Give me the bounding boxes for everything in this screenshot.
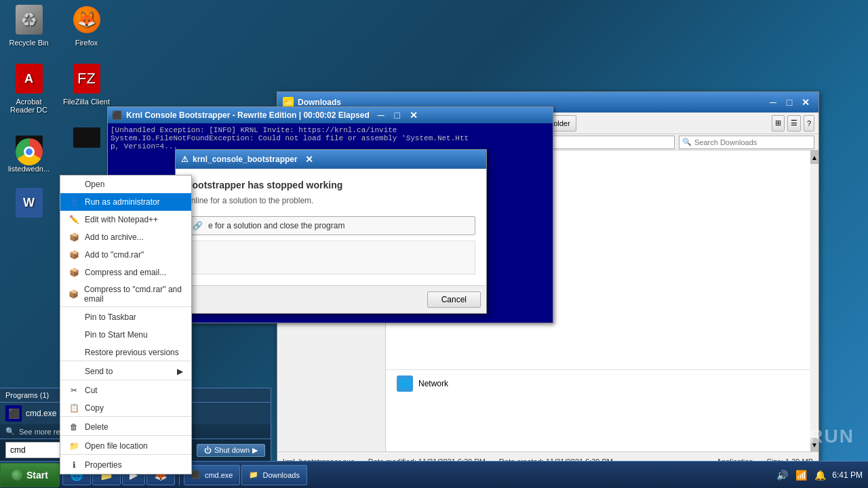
firefox-icon: 🦊	[71, 3, 103, 36]
cmd-taskbar-label: cmd.exe	[205, 471, 233, 479]
search-input[interactable]	[694, 138, 811, 146]
ctx-properties[interactable]: ℹ Properties	[60, 456, 191, 474]
search-box[interactable]: 🔍	[679, 136, 814, 149]
desktop-icon-chrome[interactable]	[3, 136, 54, 171]
ctx-pin-start[interactable]: Pin to Start Menu	[60, 326, 191, 344]
view-toggle-button[interactable]: ⊞	[772, 115, 785, 131]
ctx-delete-icon: 🗑	[68, 422, 79, 432]
error-option-solution[interactable]: 🔗 e for a solution and close the program	[186, 216, 475, 235]
ctx-restore-versions[interactable]: Restore previous versions	[60, 344, 191, 361]
filezilla-icon: FZ	[71, 62, 103, 95]
ctx-rar-email-icon: 📦	[68, 289, 79, 300]
ctx-compress-rar-email[interactable]: 📦 Compress to "cmd.rar" and email	[60, 281, 191, 307]
desktop: Recycle Bin A Acrobat Reader DC listedwe…	[0, 0, 868, 488]
network-icon: 🌐	[397, 375, 413, 392]
downloads-title: Downloads	[298, 98, 762, 107]
console-line-1: [Unhandled Exception: [INFO] KRNL Invite…	[111, 126, 550, 134]
ctx-location-label: Open file location	[85, 441, 148, 451]
taskbar-app-cmd[interactable]: ⬛ cmd.exe	[184, 465, 241, 485]
console-titlebar: ⬛ Krnl Console Bootstrapper - Rewrite Ed…	[108, 107, 553, 123]
shutdown-button[interactable]: ⏻ Shut down ▶	[197, 444, 265, 457]
network-section: 🌐 Network	[386, 369, 810, 397]
minimize-button[interactable]: ─	[766, 95, 781, 110]
option-icon: 🔗	[193, 221, 203, 230]
desktop-icons-col3: W	[3, 136, 54, 232]
desktop-icon-acrobat[interactable]: A Acrobat Reader DC	[3, 62, 54, 114]
ctx-cut[interactable]: ✂ Cut	[60, 382, 191, 399]
desktop-icon-recycle-bin[interactable]: Recycle Bin	[3, 3, 54, 47]
firefox-label: Firefox	[75, 39, 98, 47]
ctx-rar-label: Add to "cmd.rar"	[85, 250, 144, 260]
anyrun-watermark: ANY.RUN	[761, 426, 854, 447]
anyrun-text: ANY.RUN	[761, 426, 854, 447]
ctx-compress-icon: 📦	[68, 267, 79, 278]
network-item[interactable]: 🌐 Network	[386, 370, 810, 397]
acrobat-label: Acrobat Reader DC	[10, 98, 47, 114]
scroll-up-button[interactable]: ▲	[810, 150, 818, 164]
error-dialog: ⚠ krnl_console_bootstrapper ✕ bootstrapp…	[175, 149, 487, 314]
ctx-add-archive[interactable]: 📦 Add to archive...	[60, 228, 191, 246]
view-details-button[interactable]: ☰	[787, 115, 801, 131]
error-cancel-button[interactable]: Cancel	[427, 291, 481, 308]
ctx-copy[interactable]: 📋 Copy	[60, 399, 191, 417]
console-maximize-button[interactable]: □	[390, 108, 405, 123]
maximize-button[interactable]: □	[782, 95, 797, 110]
search-icon: 🔍	[682, 138, 692, 146]
error-details-area	[186, 241, 475, 274]
error-dialog-close-button[interactable]: ✕	[302, 152, 317, 167]
help-button[interactable]: ?	[804, 115, 814, 131]
notification-icon[interactable]: 🔔	[813, 468, 827, 482]
start-orb	[12, 470, 22, 481]
desktop-icon-word[interactable]: W	[3, 186, 54, 222]
ctx-sendto-arrow: ▶	[177, 367, 183, 376]
ctx-cut-icon: ✂	[68, 385, 79, 396]
ctx-compress-label: Compress and email...	[85, 268, 166, 277]
error-dialog-body: bootstrapper has stopped working online …	[176, 169, 486, 285]
programs-label: Programs (1)	[5, 391, 49, 399]
ctx-admin-label: Run as administrator	[85, 197, 160, 207]
console-close-button[interactable]: ✕	[406, 108, 421, 123]
console-line-2: System.IO.FileNotFoundException: Could n…	[111, 134, 550, 142]
ctx-archive-label: Add to archive...	[85, 232, 144, 242]
window-controls: ─ □ ✕	[766, 95, 813, 110]
network-taskbar-icon[interactable]: 📶	[794, 468, 808, 482]
word-icon: W	[13, 186, 45, 219]
ctx-notepad-label: Edit with Notepad++	[85, 215, 158, 224]
chrome-icon	[13, 136, 45, 168]
ctx-pin-taskbar[interactable]: Pin to Taskbar	[60, 308, 191, 326]
ctx-delete[interactable]: 🗑 Delete	[60, 418, 191, 436]
desktop-icon-blackbox2[interactable]	[61, 121, 112, 157]
taskbar-app-downloads[interactable]: 📁 Downloads	[241, 465, 307, 485]
ctx-rar-email-label: Compress to "cmd.rar" and email	[84, 285, 183, 304]
desktop-icon-filezilla[interactable]: FZ FileZilla Client	[61, 62, 112, 106]
filezilla-label: FileZilla Client	[63, 98, 110, 106]
ctx-open-label: Open	[85, 180, 104, 189]
ctx-start-label: Pin to Start Menu	[85, 330, 148, 340]
ctx-location-icon: 📁	[68, 441, 79, 451]
console-minimize-button[interactable]: ─	[374, 108, 389, 123]
shutdown-arrow-icon: ▶	[252, 446, 258, 455]
shutdown-label: Shut down	[214, 446, 250, 454]
error-heading: bootstrapper has stopped working	[186, 180, 475, 190]
ctx-taskbar-icon	[68, 312, 79, 323]
ctx-admin-icon: 👤	[68, 197, 79, 207]
shutdown-icon: ⏻	[204, 446, 212, 454]
ctx-open[interactable]: Open	[60, 176, 191, 193]
ctx-send-to[interactable]: Send to ▶	[60, 363, 191, 380]
ctx-add-rar[interactable]: 📦 Add to "cmd.rar"	[60, 246, 191, 264]
ctx-edit-notepad[interactable]: ✏️ Edit with Notepad++	[60, 211, 191, 228]
scrollbar[interactable]: ▲ ▼	[810, 150, 818, 451]
ctx-cut-label: Cut	[85, 386, 98, 395]
ctx-archive-icon: 📦	[68, 232, 79, 243]
ctx-run-admin[interactable]: 👤 Run as administrator	[60, 193, 191, 211]
ctx-compress-email[interactable]: 📦 Compress and email...	[60, 264, 191, 281]
desktop-icon-firefox[interactable]: 🦊 Firefox	[61, 3, 112, 47]
close-button[interactable]: ✕	[798, 95, 813, 110]
recycle-bin-label: Recycle Bin	[9, 39, 48, 47]
ctx-open-location[interactable]: 📁 Open file location	[60, 437, 191, 455]
error-dialog-title: krnl_console_bootstrapper	[193, 155, 298, 164]
start-button[interactable]: Start	[0, 463, 60, 487]
error-option-text: e for a solution and close the program	[208, 221, 344, 230]
ctx-rar-icon: 📦	[68, 249, 79, 260]
volume-icon[interactable]: 🔊	[775, 468, 789, 482]
